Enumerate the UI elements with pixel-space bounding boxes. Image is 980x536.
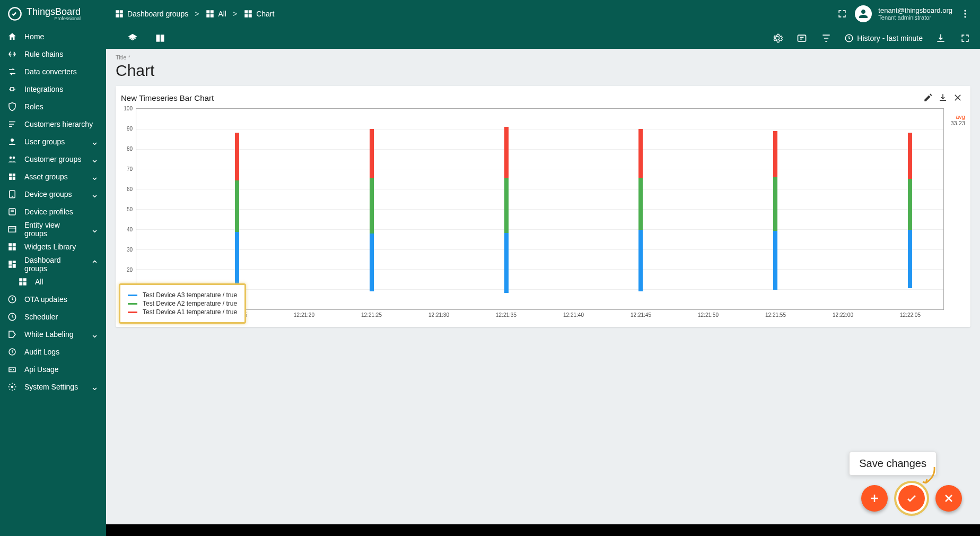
- sidebar-item-entity-view-groups[interactable]: Entity view groups ⌄: [0, 220, 106, 238]
- legend-item[interactable]: Test Device A1 temperature / true: [128, 308, 237, 316]
- layers-icon[interactable]: [126, 32, 139, 45]
- widget-title: New Timeseries Bar Chart: [121, 93, 214, 102]
- entity-alias-icon[interactable]: [795, 32, 808, 45]
- sidebar-item-audit-logs[interactable]: Audit Logs: [0, 343, 106, 360]
- dash-icon: [18, 277, 28, 287]
- chevron-up-icon: ⌃: [91, 258, 99, 270]
- svg-point-3: [13, 156, 15, 159]
- x-tick: 12:22:00: [833, 312, 853, 318]
- bottom-strip: [106, 524, 980, 536]
- sidebar-item-device-profiles[interactable]: Device profiles: [0, 203, 106, 220]
- entityview-icon: [7, 224, 17, 234]
- legend-item[interactable]: Test Device A3 temperature / true: [128, 291, 237, 299]
- svg-rect-39: [244, 14, 248, 18]
- y-tick: 60: [127, 186, 133, 192]
- filter-icon[interactable]: [820, 32, 833, 45]
- dashboard-icon: [205, 9, 215, 19]
- sidebar-item-home[interactable]: Home: [0, 28, 106, 45]
- more-icon[interactable]: [959, 7, 972, 20]
- arrow-annotation: [918, 466, 940, 487]
- close-icon[interactable]: [950, 90, 965, 105]
- export-icon[interactable]: [934, 32, 947, 45]
- sidebar-item-label: Entity view groups: [24, 221, 83, 238]
- bar-stack: [504, 127, 509, 309]
- sidebar: ThingsBoard Professional Home Rule chain…: [0, 0, 106, 536]
- fullscreen-icon[interactable]: [836, 7, 848, 20]
- bar-segment: [235, 232, 239, 288]
- bar-segment: [235, 180, 239, 231]
- sidebar-item-white-labeling[interactable]: White Labeling ⌄: [0, 325, 106, 343]
- download-icon[interactable]: [935, 90, 950, 105]
- x-tick: 12:22:05: [900, 312, 921, 318]
- bar-segment: [504, 127, 509, 178]
- time-window-selector[interactable]: History - last minute: [844, 33, 923, 43]
- y-tick: 90: [127, 126, 133, 132]
- sidebar-item-widgets-library[interactable]: Widgets Library: [0, 238, 106, 255]
- sidebar-item-scheduler[interactable]: Scheduler: [0, 308, 106, 325]
- add-widget-button[interactable]: [861, 485, 888, 512]
- fullscreen-dashboard-icon[interactable]: [959, 32, 972, 45]
- gear-icon[interactable]: [771, 32, 784, 45]
- layouts-icon[interactable]: [154, 32, 167, 45]
- svg-point-41: [964, 10, 966, 12]
- sidebar-item-asset-groups[interactable]: Asset groups ⌄: [0, 168, 106, 185]
- svg-rect-44: [156, 34, 160, 41]
- svg-rect-4: [9, 174, 12, 176]
- breadcrumb-all[interactable]: All: [205, 9, 226, 19]
- edit-icon[interactable]: [921, 90, 935, 105]
- sidebar-item-label: Audit Logs: [24, 348, 99, 356]
- sidebar-item-integrations[interactable]: Integrations: [0, 80, 106, 98]
- bar-stack: [370, 129, 374, 309]
- sidebar-item-rule-chains[interactable]: Rule chains: [0, 45, 106, 63]
- sidebar-item-user-groups[interactable]: User groups ⌄: [0, 133, 106, 150]
- sidebar-item-ota-updates[interactable]: OTA updates: [0, 290, 106, 308]
- legend-swatch: [128, 312, 137, 313]
- logo[interactable]: ThingsBoard Professional: [0, 0, 106, 28]
- svg-point-9: [12, 195, 13, 196]
- decline-changes-button[interactable]: [935, 485, 962, 512]
- sidebar-item-system-settings[interactable]: System Settings ⌄: [0, 378, 106, 395]
- sidebar-item-dashboard-groups[interactable]: Dashboard groups ⌃: [0, 255, 106, 273]
- dashboard-icon: [243, 9, 253, 19]
- dashboard-toolbar: History - last minute: [106, 28, 980, 49]
- settings-icon: [7, 382, 17, 392]
- sidebar-item-data-converters[interactable]: Data converters: [0, 63, 106, 80]
- user-info[interactable]: tenant@thingsboard.org Tenant administra…: [878, 6, 952, 22]
- svg-rect-34: [211, 10, 214, 13]
- sidebar-item-customer-groups[interactable]: Customer groups ⌄: [0, 150, 106, 168]
- svg-rect-35: [207, 14, 210, 18]
- legend-label: Test Device A2 temperature / true: [143, 300, 237, 307]
- svg-rect-12: [8, 243, 12, 246]
- x-tick: 12:21:50: [698, 312, 719, 318]
- page-title[interactable]: Chart: [116, 62, 970, 80]
- sidebar-item-label: Device groups: [24, 190, 83, 198]
- bar-segment: [504, 233, 509, 293]
- svg-rect-11: [8, 226, 16, 232]
- topbar: Dashboard groups > All > Chart tenant@th…: [106, 0, 980, 28]
- chevron-down-icon: ⌄: [91, 328, 99, 340]
- sidebar-item-customers-hierarchy[interactable]: Customers hierarchy: [0, 115, 106, 133]
- content: Title * Chart New Timeseries Bar Chart 0…: [106, 49, 980, 524]
- sidebar-item-all[interactable]: All: [0, 273, 106, 290]
- ota-icon: [7, 295, 17, 304]
- legend-swatch: [128, 295, 137, 296]
- svg-rect-45: [161, 34, 164, 41]
- avg-label: avg: [944, 114, 965, 120]
- breadcrumb-separator: >: [195, 10, 199, 18]
- bar-segment: [638, 178, 643, 230]
- breadcrumb-dashboard-groups[interactable]: Dashboard groups: [115, 9, 188, 19]
- sidebar-item-roles[interactable]: Roles: [0, 98, 106, 115]
- svg-rect-16: [8, 261, 12, 265]
- sidebar-item-device-groups[interactable]: Device groups ⌄: [0, 185, 106, 203]
- sidebar-item-label: Home: [24, 32, 99, 41]
- y-tick: 20: [127, 267, 133, 273]
- x-tick: 12:21:20: [294, 312, 314, 318]
- legend-swatch: [128, 303, 137, 305]
- sidebar-item-api-usage[interactable]: Api Usage: [0, 360, 106, 378]
- apply-changes-button[interactable]: [898, 485, 925, 512]
- sidebar-item-label: Rule chains: [24, 50, 99, 58]
- avatar[interactable]: [855, 5, 872, 22]
- legend-item[interactable]: Test Device A2 temperature / true: [128, 300, 237, 307]
- svg-rect-30: [120, 10, 123, 13]
- breadcrumb-chart[interactable]: Chart: [243, 9, 274, 19]
